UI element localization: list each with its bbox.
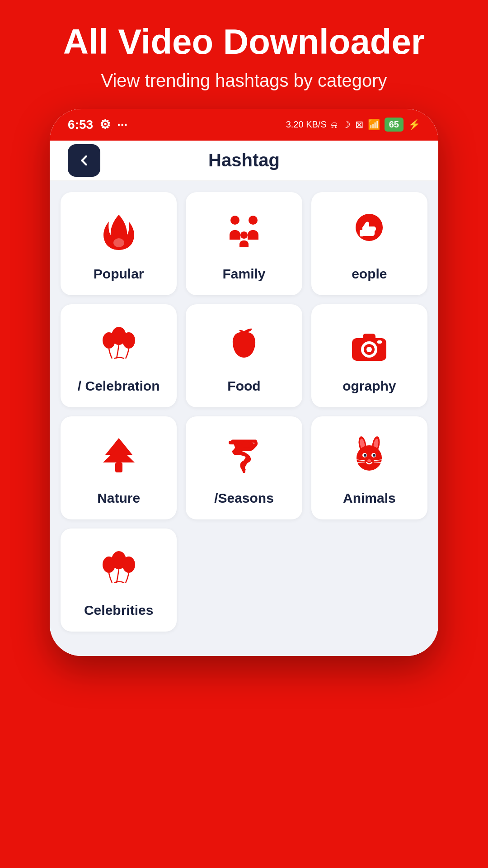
category-label-people: eople (352, 266, 387, 282)
camera-icon (347, 322, 392, 368)
back-button[interactable] (68, 144, 100, 177)
category-card-popular[interactable]: Popular (61, 192, 177, 295)
status-speed: 3.20 KB/S (286, 119, 327, 130)
tree-icon (96, 434, 141, 480)
category-label-popular: Popular (94, 266, 144, 282)
svg-point-28 (373, 454, 375, 457)
svg-point-3 (240, 231, 248, 239)
category-card-animals[interactable]: Animals (311, 416, 427, 519)
charging-icon: ⚡ (408, 119, 420, 131)
status-bar: 6:53 ⚙ ··· 3.20 KB/S ⍾ ☽ ⊠ 📶 65 ⚡ (50, 109, 438, 141)
bluetooth-icon: ⍾ (331, 119, 337, 131)
status-gear-icon: ⚙ (99, 117, 111, 132)
svg-point-24 (357, 445, 382, 471)
tornado-icon (221, 434, 267, 480)
category-label-celebrities: Celebrities (84, 603, 153, 618)
balloons-icon (96, 322, 141, 368)
nav-bar: Hashtag (50, 141, 438, 181)
svg-point-27 (364, 454, 366, 457)
category-card-people[interactable]: 👍 eople (311, 192, 427, 295)
status-left: 6:53 ⚙ ··· (68, 117, 127, 132)
svg-line-33 (374, 462, 382, 462)
svg-line-31 (357, 462, 365, 462)
category-card-photography[interactable]: ography (311, 304, 427, 407)
category-card-seasons[interactable]: /Seasons (186, 416, 302, 519)
svg-point-29 (367, 459, 371, 462)
battery-indicator: 65 (385, 118, 404, 132)
category-label-nature: Nature (97, 491, 140, 506)
moon-icon: ☽ (342, 119, 351, 131)
svg-point-35 (103, 557, 115, 573)
phone-frame: 6:53 ⚙ ··· 3.20 KB/S ⍾ ☽ ⊠ 📶 65 ⚡ Hashta… (50, 109, 438, 656)
svg-point-36 (122, 557, 135, 573)
category-card-food[interactable]: Food (186, 304, 302, 407)
app-subtitle: View trending hashtags by category (27, 71, 461, 91)
svg-rect-12 (363, 334, 375, 341)
people-icon: 👍 (347, 210, 392, 255)
status-dots: ··· (117, 118, 127, 132)
svg-point-1 (230, 216, 239, 225)
svg-point-9 (103, 332, 115, 349)
category-label-animals: Animals (343, 491, 396, 506)
category-label-photography: ography (343, 378, 396, 394)
svg-point-10 (122, 332, 135, 349)
family-icon (221, 210, 267, 255)
close-icon: ⊠ (355, 119, 363, 131)
category-card-celebration[interactable]: / Celebration (61, 304, 177, 407)
wifi-icon: 📶 (368, 119, 380, 131)
category-card-family[interactable]: Family (186, 192, 302, 295)
category-label-celebration: / Celebration (78, 378, 160, 394)
category-label-seasons: /Seasons (214, 491, 274, 506)
status-right: 3.20 KB/S ⍾ ☽ ⊠ 📶 65 ⚡ (286, 118, 420, 132)
category-label-food: Food (227, 378, 260, 394)
flame-icon (96, 210, 141, 255)
food-icon (221, 322, 267, 368)
category-card-celebrities[interactable]: Celebrities (61, 528, 177, 632)
svg-point-2 (249, 216, 258, 225)
svg-point-0 (113, 238, 124, 247)
app-title: All Video Downloader (27, 23, 461, 61)
category-grid: Popular Family (50, 181, 438, 642)
svg-rect-7 (360, 230, 363, 236)
svg-point-15 (366, 347, 372, 352)
status-time: 6:53 (68, 118, 93, 132)
svg-rect-16 (377, 340, 382, 344)
category-card-nature[interactable]: Nature (61, 416, 177, 519)
svg-rect-19 (115, 462, 122, 472)
celebrities-icon (96, 547, 141, 592)
rabbit-icon (347, 434, 392, 480)
category-label-family: Family (222, 266, 265, 282)
page-title: Hashtag (100, 150, 420, 170)
